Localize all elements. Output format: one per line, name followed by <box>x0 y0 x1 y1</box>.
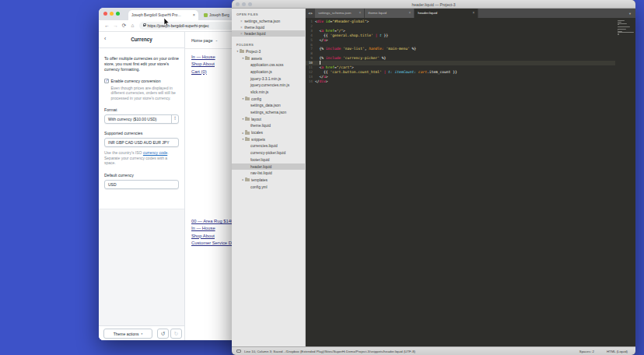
editor-tab[interactable]: header.liquid× <box>415 9 478 18</box>
tree-item[interactable]: ▾snippets <box>232 136 305 143</box>
redo-button[interactable]: ↻ <box>170 329 182 339</box>
reload-icon[interactable]: ⟳ <box>120 23 128 29</box>
code-text: {{ 'cart.button.count_html' | t: itemCou… <box>315 70 457 75</box>
preview-link[interactable]: Cart (0) <box>191 69 215 76</box>
preview-link[interactable]: 00 — Area Rug $140 <box>191 218 234 225</box>
open-file-item[interactable]: ×header.liquid <box>232 30 305 37</box>
tree-item-label: nav-list.liquid <box>250 171 272 175</box>
tree-item[interactable]: ▾assets <box>232 55 305 62</box>
open-file-item[interactable]: ×theme.liquid <box>232 24 305 30</box>
tree-item-label: application.css.scss <box>250 63 283 67</box>
close-icon[interactable]: × <box>240 19 243 23</box>
tree-item-label: theme.liquid <box>250 124 271 128</box>
preview-link[interactable]: In — House <box>191 225 234 232</box>
folder-icon <box>245 118 250 121</box>
status-icon[interactable] <box>236 350 241 353</box>
home-icon[interactable]: ⌂ <box>128 23 137 29</box>
tree-item-label: header.liquid <box>250 165 271 169</box>
close-icon[interactable]: × <box>359 11 362 15</box>
code-text: </a> <box>315 38 328 43</box>
preview-link[interactable]: Shop About <box>191 233 234 240</box>
close-icon[interactable]: × <box>193 13 195 18</box>
code-line: 14</div> <box>306 79 615 84</box>
tab-prev-icon[interactable]: ◀ <box>308 12 310 15</box>
admin-body: To offer multiple currencies on your onl… <box>99 48 184 209</box>
close-icon[interactable]: × <box>240 32 243 36</box>
folder-icon <box>245 97 250 100</box>
folder-icon <box>245 138 250 141</box>
tree-item[interactable]: ▾config <box>232 96 305 103</box>
default-currency-input[interactable]: USD <box>104 180 179 189</box>
minimap-line <box>618 20 625 21</box>
enable-conversion-checkbox[interactable]: ✓ <box>104 79 109 83</box>
tree-item[interactable]: header.liquid <box>232 163 305 170</box>
tab-next-icon[interactable]: ▶ <box>311 12 313 15</box>
supported-currencies-input[interactable]: INR GBP CAD USD AUD EUR JPY <box>104 138 179 147</box>
folder-tree: ▾Project-3▾assetsapplication.css.scssapp… <box>232 48 305 190</box>
open-file-label: header.liquid <box>244 32 265 36</box>
tree-item-label: layout <box>251 118 261 121</box>
tree-item[interactable]: slick.min.js <box>232 89 305 96</box>
close-icon[interactable]: × <box>240 26 243 30</box>
preview-link[interactable]: Shop About <box>191 61 215 68</box>
open-file-label: settings_schema.json <box>244 19 280 23</box>
editor-tab[interactable]: settings_schema.json× <box>315 9 365 18</box>
supported-help-text: Use the country's ISO currency code. Sep… <box>104 150 179 166</box>
tree-item[interactable]: currencies.liquid <box>232 143 305 150</box>
tree-item[interactable]: jquery-3.3.1.min.js <box>232 76 305 83</box>
back-icon[interactable]: ← <box>103 23 111 29</box>
tree-item[interactable]: footer.liquid <box>232 156 305 163</box>
status-spaces[interactable]: Spaces: 2 <box>579 350 594 353</box>
tree-item[interactable]: application.css.scss <box>232 62 305 69</box>
default-currency-value: USD <box>108 182 117 187</box>
tree-item[interactable]: theme.liquid <box>232 123 305 130</box>
tree-item[interactable]: ▸templates <box>232 177 305 184</box>
status-syntax[interactable]: HTML (Liquid) <box>607 350 628 353</box>
open-file-item[interactable]: ×settings_schema.json <box>232 18 305 24</box>
undo-icon: ↺ <box>161 331 166 337</box>
folder-icon <box>240 50 244 53</box>
tab-overflow-icon[interactable]: ▼ <box>628 12 632 16</box>
forward-icon[interactable]: → <box>111 23 120 29</box>
desktop-background: Joseph Bergdoll SuperHi Pro… × Joseph Be… <box>0 0 644 355</box>
preview-link[interactable]: Customer Service De <box>191 240 234 247</box>
minimap-line <box>618 26 630 27</box>
tree-item[interactable]: currency-picker.liquid <box>232 149 305 156</box>
tree-item[interactable]: ▾Project-3 <box>232 48 305 55</box>
tree-item[interactable]: ▸locales <box>232 129 305 136</box>
minimap[interactable] <box>618 20 634 36</box>
undo-button[interactable]: ↺ <box>157 329 169 339</box>
code-editor[interactable]: 1<div id="#header-global">23 <a href="/"… <box>306 18 635 347</box>
code-text: {% include 'nav-list', handle: 'main-men… <box>315 47 416 51</box>
tree-item-label: templates <box>251 178 268 182</box>
tree-item[interactable]: jquery.currencies.min.js <box>232 82 305 89</box>
window-close-button[interactable] <box>103 12 107 16</box>
format-label: Format <box>104 107 179 112</box>
editor-tabbar: ◀ ▶ settings_schema.json×theme.liquid×he… <box>306 9 635 18</box>
tree-item-label: locales <box>251 131 263 135</box>
admin-empty-area <box>99 209 184 325</box>
tree-item[interactable]: application.js <box>232 69 305 76</box>
tree-item-label: currencies.liquid <box>250 144 278 148</box>
tree-item[interactable]: ▾layout <box>232 116 305 123</box>
window-minimize-button[interactable] <box>110 12 114 16</box>
close-icon[interactable]: × <box>409 11 411 15</box>
window-zoom-button[interactable] <box>116 12 120 16</box>
preview-link[interactable]: In — House <box>191 54 215 61</box>
minimap-line <box>618 34 619 35</box>
format-select[interactable]: With currency ($10.00 USD) ▲▼ <box>104 114 179 124</box>
folder-icon <box>245 132 250 135</box>
tree-item[interactable]: settings_data.json <box>232 103 305 110</box>
tree-item-label: settings_data.json <box>250 104 281 107</box>
currency-code-link[interactable]: currency code <box>143 150 167 155</box>
tree-item[interactable]: settings_schema.json <box>232 109 305 116</box>
tree-item[interactable]: nav-list.liquid <box>232 170 305 177</box>
editor-tab[interactable]: theme.liquid× <box>365 9 415 18</box>
close-icon[interactable]: × <box>473 11 475 15</box>
editor-tab-label: header.liquid <box>418 11 471 15</box>
theme-actions-button[interactable]: Theme actions ▾ <box>103 329 152 339</box>
open-files-list: ×settings_schema.json×theme.liquid×heade… <box>232 18 305 37</box>
tree-item[interactable]: config.yml <box>232 184 305 191</box>
page-selector[interactable]: Home page <box>191 38 212 43</box>
tab-history-nav: ◀ ▶ <box>306 9 315 18</box>
